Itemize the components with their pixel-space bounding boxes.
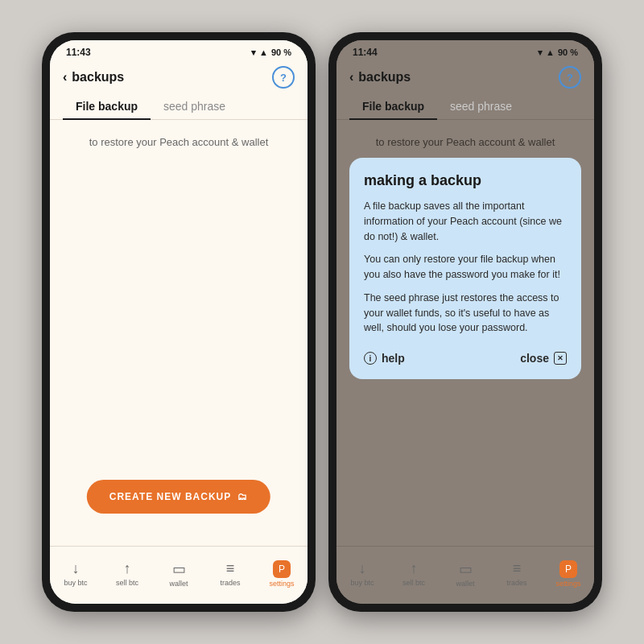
popup-paragraph-2: You can only restore your file backup wh…	[364, 252, 567, 283]
right-nav-settings-label: settings	[555, 580, 580, 588]
popup-title: making a backup	[364, 172, 567, 189]
left-status-bar: 11:43 ▾ ▲ 90 %	[50, 40, 308, 61]
battery-icon: 90 %	[271, 47, 291, 57]
left-status-icons: ▾ ▲ 90 %	[251, 47, 291, 58]
left-nav-wallet[interactable]: ▭ wallet	[153, 560, 204, 588]
right-help-button[interactable]: ?	[559, 66, 581, 89]
left-content: to restore your Peach account & wallet C…	[50, 120, 308, 546]
right-nav-trades[interactable]: ≡ trades	[491, 560, 543, 587]
right-status-icons: ▾ ▲ 90 %	[538, 47, 578, 58]
right-tab-file-backup[interactable]: File backup	[349, 93, 437, 119]
right-status-bar: 11:44 ▾ ▲ 90 %	[336, 40, 594, 61]
right-nav-sell-btc[interactable]: ↑ sell btc	[388, 560, 440, 587]
left-tabs: File backup seed phrase	[50, 93, 308, 120]
left-nav-settings-label: settings	[269, 580, 294, 588]
wallet-icon: ▭	[172, 560, 186, 578]
left-tab-seed-phrase[interactable]: seed phrase	[151, 93, 238, 119]
right-subtitle: to restore your Peach account & wallet	[349, 133, 581, 151]
right-nav-buy-btc[interactable]: ↓ buy btc	[336, 560, 388, 587]
left-tab-file-backup[interactable]: File backup	[63, 93, 151, 119]
backup-icon: 🗂	[237, 491, 248, 502]
right-bottom-nav: ↓ buy btc ↑ sell btc ▭ wallet ≡ trades	[336, 546, 594, 604]
right-back-button[interactable]: ‹ backups	[349, 70, 411, 85]
right-nav-trades-label: trades	[506, 579, 526, 587]
right-nav-wallet-label: wallet	[456, 580, 474, 588]
popup-help-button[interactable]: i help	[364, 352, 405, 365]
right-nav-wallet[interactable]: ▭ wallet	[440, 560, 491, 588]
right-phone: 11:44 ▾ ▲ 90 % ‹ backups ?	[328, 32, 602, 612]
upload-icon: ↑	[124, 560, 131, 577]
left-back-button[interactable]: ‹ backups	[63, 70, 124, 85]
left-time: 11:43	[66, 47, 91, 58]
right-screen: 11:44 ▾ ▲ 90 % ‹ backups ?	[336, 40, 594, 604]
left-back-arrow-icon: ‹	[63, 70, 67, 85]
download-icon: ↓	[72, 560, 80, 577]
right-nav-sell-label: sell btc	[402, 579, 425, 587]
phones-container: 11:43 ▾ ▲ 90 % ‹ backups ?	[42, 32, 602, 612]
left-nav-buy-btc[interactable]: ↓ buy btc	[50, 560, 101, 587]
left-nav-trades-label: trades	[220, 579, 240, 587]
left-phone: 11:43 ▾ ▲ 90 % ‹ backups ?	[42, 32, 316, 612]
left-help-button[interactable]: ?	[272, 66, 295, 89]
left-nav-wallet-label: wallet	[169, 580, 188, 588]
info-circle-icon: i	[364, 352, 377, 365]
trades-icon: ≡	[226, 560, 235, 577]
create-backup-button[interactable]: CREATE NEW BACKUP 🗂	[87, 480, 270, 514]
right-back-label: backups	[358, 70, 411, 85]
left-nav-sell-label: sell btc	[116, 579, 138, 587]
right-settings-icon: P	[559, 560, 577, 578]
right-nav-buy-label: buy btc	[350, 579, 374, 587]
right-upload-icon: ↑	[411, 560, 418, 577]
left-nav-trades[interactable]: ≡ trades	[204, 560, 256, 587]
popup-paragraph-3: The seed phrase just restores the access…	[364, 291, 567, 336]
left-nav-sell-btc[interactable]: ↑ sell btc	[101, 560, 153, 587]
info-popup: making a backup A file backup saves all …	[349, 158, 581, 379]
right-tab-seed-phrase[interactable]: seed phrase	[437, 93, 525, 119]
left-screen: 11:43 ▾ ▲ 90 % ‹ backups ?	[50, 40, 308, 604]
signal-icon: ▲	[259, 47, 268, 57]
right-nav-header: ‹ backups ?	[336, 61, 594, 93]
left-nav-buy-label: buy btc	[64, 579, 87, 587]
right-download-icon: ↓	[359, 560, 366, 577]
wifi-icon: ▾	[251, 47, 256, 58]
left-nav-settings[interactable]: P settings	[256, 560, 308, 588]
right-tabs: File backup seed phrase	[336, 93, 594, 120]
close-x-icon: ✕	[554, 352, 567, 365]
right-back-arrow-icon: ‹	[349, 70, 353, 85]
popup-close-button[interactable]: close ✕	[520, 352, 567, 365]
left-subtitle: to restore your Peach account & wallet	[63, 133, 295, 151]
popup-footer: i help close ✕	[364, 345, 567, 365]
right-time: 11:44	[353, 47, 378, 58]
popup-paragraph-1: A file backup saves all the important in…	[364, 199, 567, 244]
settings-icon: P	[273, 560, 291, 578]
right-signal-icon: ▲	[546, 47, 555, 57]
left-bottom-nav: ↓ buy btc ↑ sell btc ▭ wallet ≡ trades	[50, 546, 308, 604]
right-content: to restore your Peach account & wallet m…	[336, 120, 594, 546]
right-help-icon: ?	[567, 72, 573, 84]
left-nav-header: ‹ backups ?	[50, 61, 308, 93]
right-wallet-icon: ▭	[459, 560, 473, 578]
left-help-icon: ?	[280, 72, 287, 84]
right-nav-settings[interactable]: P settings	[543, 560, 594, 588]
right-battery-icon: 90 %	[558, 47, 578, 57]
right-trades-icon: ≡	[513, 560, 522, 577]
right-wifi-icon: ▾	[538, 47, 543, 58]
left-back-label: backups	[72, 70, 124, 85]
